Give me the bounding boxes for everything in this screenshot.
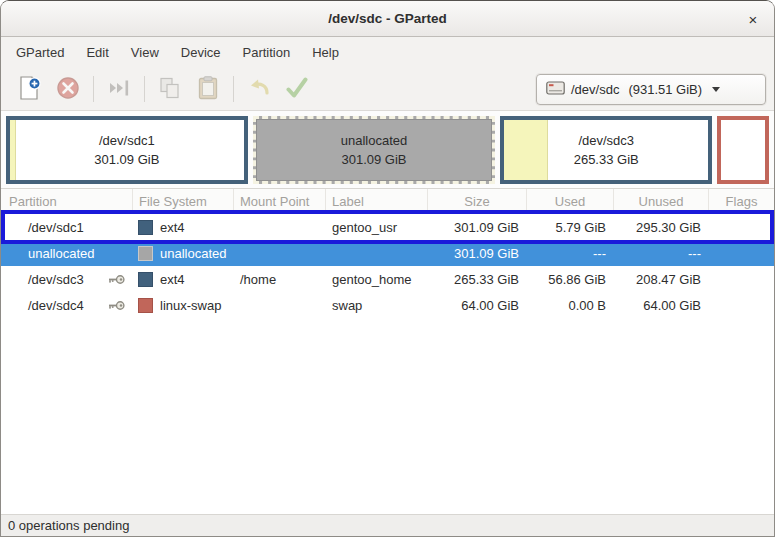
device-selector-size: (931.51 GiB): [628, 82, 702, 97]
filesystem-name: ext4: [160, 272, 185, 287]
partition-table: Partition File System Mount Point Label …: [1, 189, 774, 514]
header-size: Size: [428, 189, 527, 213]
device-selector-device: /dev/sdc: [571, 82, 619, 97]
table-row-sdc1[interactable]: /dev/sdc1 ext4 gentoo_usr 301.09 GiB 5.7…: [1, 214, 774, 240]
label-cell: gentoo_home: [326, 266, 428, 292]
filesystem-color-swatch: [138, 220, 153, 235]
disk-visual-bar: /dev/sdc1 301.09 GiB unallocated 301.09 …: [1, 111, 774, 189]
toolbar-separator: [144, 76, 145, 102]
label-cell: gentoo_usr: [326, 214, 428, 240]
header-label: Label: [326, 189, 428, 213]
header-used: Used: [527, 189, 614, 213]
table-row-unallocated[interactable]: unallocated unallocated 301.09 GiB --- -…: [1, 240, 774, 266]
menu-view[interactable]: View: [120, 37, 170, 68]
size-cell: 301.09 GiB: [428, 240, 527, 266]
filesystem-cell: ext4: [133, 266, 234, 292]
mount-point-cell: [234, 292, 326, 318]
paste-icon: [195, 75, 221, 104]
used-space-strip: [504, 120, 548, 180]
filesystem-color-swatch: [138, 246, 153, 261]
segment-name: /dev/sdc3: [578, 131, 634, 150]
delete-partition-icon: [55, 75, 81, 104]
segment-size: 301.09 GiB: [341, 150, 406, 169]
used-cell: ---: [527, 240, 614, 266]
size-cell: 64.00 GiB: [428, 292, 527, 318]
titlebar: /dev/sdc - GParted ×: [1, 1, 774, 37]
apply-button: [278, 71, 316, 107]
copy-icon: [157, 75, 183, 104]
menu-partition[interactable]: Partition: [232, 37, 302, 68]
menu-edit[interactable]: Edit: [75, 37, 119, 68]
mount-point-cell: [234, 214, 326, 240]
disk-segment-sdc3[interactable]: /dev/sdc3 265.33 GiB: [500, 116, 712, 184]
partition-name: /dev/sdc3: [28, 272, 84, 287]
unused-cell: 208.47 GiB: [614, 266, 709, 292]
segment-name: /dev/sdc1: [99, 131, 155, 150]
header-mount-point: Mount Point: [234, 189, 326, 213]
device-selector[interactable]: /dev/sdc (931.51 GiB): [536, 74, 766, 105]
table-row-sdc4[interactable]: /dev/sdc4 linux-swap swap 64.: [1, 292, 774, 318]
disk-segment-sdc4[interactable]: [717, 116, 769, 184]
flags-cell: [709, 240, 774, 266]
new-partition-icon: [17, 74, 43, 105]
disk-segment-sdc1[interactable]: /dev/sdc1 301.09 GiB: [6, 116, 248, 184]
menubar: GParted Edit View Device Partition Help: [1, 37, 774, 68]
flags-cell: [709, 292, 774, 318]
delete-partition-button: [49, 71, 87, 107]
header-flags: Flags: [709, 189, 774, 213]
partition-cell: /dev/sdc3: [1, 266, 133, 292]
mount-point-cell: /home: [234, 266, 326, 292]
window-title: /dev/sdc - GParted: [328, 11, 447, 26]
unused-cell: 64.00 GiB: [614, 292, 709, 318]
size-cell: 265.33 GiB: [428, 266, 527, 292]
unused-cell: 295.30 GiB: [614, 214, 709, 240]
filesystem-cell: linux-swap: [133, 292, 234, 318]
filesystem-name: unallocated: [160, 246, 227, 261]
apply-icon: [284, 75, 310, 104]
segment-size: 301.09 GiB: [94, 150, 159, 169]
segment-name: unallocated: [341, 131, 408, 150]
menu-help[interactable]: Help: [301, 37, 350, 68]
paste-button: [189, 71, 227, 107]
label-cell: [326, 240, 428, 266]
filesystem-cell: ext4: [133, 214, 234, 240]
header-unused: Unused: [614, 189, 709, 213]
partition-name: unallocated: [28, 246, 95, 261]
segment-size: 265.33 GiB: [574, 150, 639, 169]
toolbar-separator: [233, 76, 234, 102]
statusbar: 0 operations pending: [1, 514, 774, 536]
menu-device[interactable]: Device: [170, 37, 232, 68]
filesystem-name: ext4: [160, 220, 185, 235]
partition-name: /dev/sdc4: [28, 298, 84, 313]
partition-cell: /dev/sdc1: [1, 214, 133, 240]
pending-operations-text: 0 operations pending: [8, 518, 129, 533]
used-cell: 0.00 B: [527, 292, 614, 318]
used-cell: 5.79 GiB: [527, 214, 614, 240]
disk-segment-unallocated[interactable]: unallocated 301.09 GiB: [253, 116, 496, 184]
new-partition-button[interactable]: [11, 71, 49, 107]
mount-point-cell: [234, 240, 326, 266]
undo-button: [240, 71, 278, 107]
filesystem-name: linux-swap: [160, 298, 221, 313]
filesystem-color-swatch: [138, 272, 153, 287]
toolbar: /dev/sdc (931.51 GiB): [1, 68, 774, 111]
menu-gparted[interactable]: GParted: [5, 37, 75, 68]
header-partition: Partition: [1, 189, 133, 213]
partition-name: /dev/sdc1: [28, 220, 84, 235]
partition-cell: unallocated: [1, 240, 133, 266]
key-icon: [108, 300, 125, 311]
gparted-window: /dev/sdc - GParted × GParted Edit View D…: [0, 0, 775, 537]
table-row-sdc3[interactable]: /dev/sdc3 ext4 /home gentoo_home: [1, 266, 774, 292]
label-cell: swap: [326, 292, 428, 318]
table-header-row: Partition File System Mount Point Label …: [1, 189, 774, 214]
filesystem-cell: unallocated: [133, 240, 234, 266]
resize-move-button: [100, 71, 138, 107]
unused-cell: ---: [614, 240, 709, 266]
toolbar-separator: [93, 76, 94, 102]
partition-cell: /dev/sdc4: [1, 292, 133, 318]
used-cell: 56.86 GiB: [527, 266, 614, 292]
header-file-system: File System: [133, 189, 234, 213]
flags-cell: [709, 266, 774, 292]
close-icon[interactable]: ×: [742, 8, 764, 30]
undo-icon: [246, 75, 272, 104]
